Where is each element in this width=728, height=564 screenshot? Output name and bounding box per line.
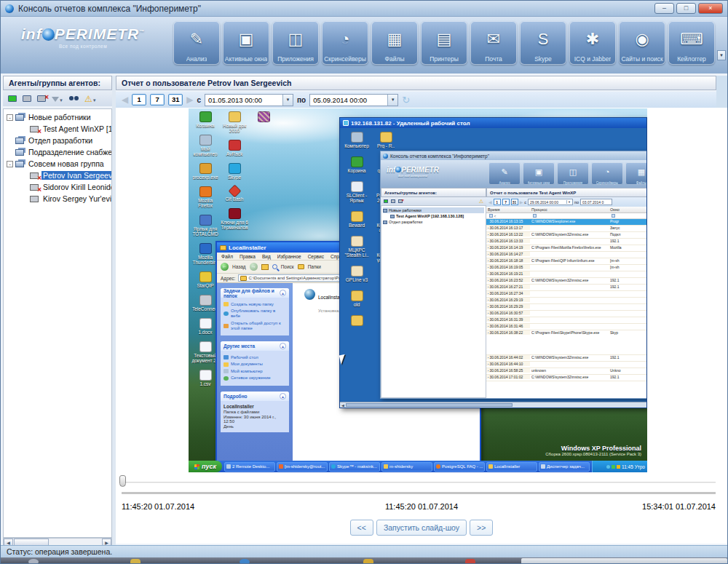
- taskbar-task-button[interactable]: m-shidersky: [381, 462, 432, 472]
- to-date-picker[interactable]: 05.09.2014 00:00▼: [309, 94, 398, 106]
- taskbar-task-button[interactable]: Диспетчер задач...: [539, 462, 590, 472]
- desktop-icon[interactable]: AvRack: [221, 140, 248, 156]
- column-time[interactable]: Время: [486, 207, 530, 212]
- table-row[interactable]: ▪30.06.2014 16:58:25 unknown Unkno: [486, 368, 646, 375]
- next-period-icon[interactable]: ▶: [186, 95, 193, 105]
- offline-agents-icon[interactable]: [23, 95, 31, 102]
- toolbar-button[interactable]: ▣ Активные окна: [223, 21, 269, 65]
- table-row[interactable]: ▪30.06.2014 17:01:02 C:\WINDOWS\system32…: [486, 375, 646, 381]
- toolbar-button[interactable]: ▦ Файлы: [371, 21, 418, 65]
- range-1-day-button[interactable]: 1: [132, 94, 146, 106]
- collapse-icon[interactable]: ▲: [280, 343, 286, 349]
- menu-item[interactable]: Файл: [221, 254, 233, 259]
- tree-item[interactable]: Test Agent WinXP [192.168.130.128]: [383, 213, 484, 219]
- from-date-picker[interactable]: 01.05.2013 00:00▼: [205, 94, 293, 106]
- prev-period-icon[interactable]: ◀: [488, 199, 492, 204]
- scrollbar-thumb[interactable]: [346, 403, 513, 407]
- back-icon[interactable]: ←: [221, 263, 229, 271]
- desktop-icon[interactable]: Ключи для 6 Терминалов: [221, 208, 248, 230]
- toolbar-button[interactable]: ◫ Приложения: [272, 21, 319, 65]
- scroll-left-icon[interactable]: ◀: [341, 403, 344, 408]
- table-row[interactable]: ▪30.06.2014 16:38:22 C:\Program Files\Sk…: [486, 330, 646, 355]
- taskbar-task-button[interactable]: LocalInstaller: [486, 462, 537, 472]
- system-tray[interactable]: 11:45 Утро: [592, 461, 647, 472]
- range-1-day-button[interactable]: 1: [494, 199, 501, 205]
- table-row[interactable]: ▪30.06.2014 16:13:17 Запус: [486, 226, 646, 232]
- range-31-days-button[interactable]: 31: [168, 94, 183, 106]
- desktop-icon[interactable]: Ярлык для TOTALCMD: [191, 215, 219, 237]
- tree-item[interactable]: Kirov Sergey Yur'evich [192: [4, 193, 111, 204]
- desktop-icon[interactable]: SLClient - Ярлык: [343, 181, 371, 203]
- place-link[interactable]: Сетевое окружение: [223, 376, 286, 381]
- toolbar-button[interactable]: ✉ Почта: [470, 21, 517, 65]
- tree-item[interactable]: Подразделение снабжения: [4, 146, 111, 158]
- collapse-icon[interactable]: ▲: [280, 290, 286, 296]
- desktop-icon[interactable]: [343, 315, 371, 327]
- warning-icon[interactable]: ⚠: [479, 199, 483, 204]
- desktop-icon[interactable]: Мой компьютер: [191, 135, 219, 156]
- table-row[interactable]: ▪30.06.2014 16:23:52 C:\WINDOWS\system32…: [486, 278, 646, 285]
- taskbar-task-button[interactable]: [m-shidersky@rout...: [277, 462, 328, 472]
- desktop-icon[interactable]: old: [343, 290, 371, 307]
- dropdown-icon[interactable]: ▼: [282, 95, 293, 106]
- host-taskbar[interactable]: [1, 557, 727, 564]
- desktop-icon[interactable]: Prg - R..: [372, 132, 400, 148]
- tree-expander[interactable]: -: [7, 161, 13, 167]
- toolbar-button[interactable]: ▤ Принтеры: [421, 21, 467, 65]
- table-row[interactable]: ▪30.06.2014 16:13:22 C:\WINDOWS\system32…: [486, 232, 646, 239]
- host-browser-icon[interactable]: [240, 559, 250, 564]
- desktop-icon[interactable]: Skype: [221, 163, 248, 180]
- search-agents-icon[interactable]: [69, 96, 74, 100]
- desktop-icon[interactable]: Компьютер: [343, 132, 371, 148]
- place-link[interactable]: Рабочий стол: [223, 355, 286, 360]
- maximize-button[interactable]: □: [676, 3, 696, 14]
- filter-button[interactable]: ▼: [52, 92, 63, 105]
- tree-expander[interactable]: -: [7, 114, 13, 121]
- toolbar-button[interactable]: ✱ ICQ и Jabber: [569, 21, 616, 65]
- table-row[interactable]: ▪30.06.2014 16:44:10: [486, 362, 646, 368]
- menu-item[interactable]: Сервис: [308, 254, 324, 259]
- table-row[interactable]: ▪30.06.2014 16:19:05 [m-sh: [486, 265, 646, 271]
- desktop-icon[interactable]: Корзина: [191, 111, 219, 128]
- alerts-button[interactable]: ⚠▼: [84, 92, 97, 105]
- table-filter-row[interactable]: <: [486, 213, 646, 219]
- table-row[interactable]: ▪30.06.2014 16:13:33 192.1: [486, 239, 646, 245]
- prev-period-icon[interactable]: ◀: [122, 95, 128, 105]
- task-link[interactable]: Создать новую папку: [223, 302, 286, 307]
- column-process[interactable]: Процесс: [530, 207, 609, 212]
- toolbar-button[interactable]: S Skype: [520, 21, 566, 65]
- desktop-icon[interactable]: МЦКРС "Stealth Li..: [343, 236, 371, 258]
- task-link[interactable]: Открыть общий доступ к этой папке: [223, 321, 286, 331]
- desktop-icon[interactable]: Git Bash: [221, 186, 248, 202]
- offline-agents-icon[interactable]: [391, 199, 395, 203]
- table-row[interactable]: ▪30.06.2014 16:31:46: [486, 324, 646, 330]
- menu-item[interactable]: Вид: [262, 254, 271, 259]
- toolbar-button[interactable]: ⌨ Кейлоггер: [668, 21, 715, 65]
- title-bar[interactable]: Консоль отчетов комплекса "Инфопериметр"…: [1, 1, 727, 17]
- close-button[interactable]: ×: [698, 3, 723, 14]
- toolbar-button[interactable]: ▣ Активные окна: [523, 162, 555, 185]
- disconnected-agents-icon[interactable]: [398, 199, 403, 203]
- table-row[interactable]: ▪30.06.2014 16:27:21 192.1: [486, 285, 646, 291]
- filter-icon[interactable]: [612, 214, 615, 218]
- toolbar-button[interactable]: ◫ Приложения: [557, 162, 589, 185]
- nested-console-title-bar[interactable]: Консоль отчетов комплекса "Инфопериметр": [381, 151, 646, 160]
- table-row[interactable]: ▪30.06.2014 16:18:18 C:\Program Files\QI…: [486, 258, 646, 265]
- table-row[interactable]: ▪30.06.2014 16:27:34: [486, 291, 646, 298]
- range-31-days-button[interactable]: 31: [511, 199, 518, 205]
- timeline-slider-track[interactable]: [122, 482, 716, 483]
- desktop-icon[interactable]: Mozilla Firefox: [191, 186, 219, 208]
- range-7-days-button[interactable]: 7: [150, 94, 165, 106]
- dropdown-icon[interactable]: ▼: [387, 95, 397, 106]
- desktop-icon[interactable]: Beward: [343, 211, 371, 228]
- table-row[interactable]: ▪30.06.2014 16:29:19: [486, 298, 646, 304]
- place-link[interactable]: Мой компьютер: [223, 369, 286, 374]
- table-row[interactable]: ▪30.06.2014 16:19:21: [486, 271, 646, 278]
- up-folder-icon[interactable]: [261, 264, 269, 270]
- desktop-icon[interactable]: Корзина: [343, 156, 371, 173]
- host-app-icon[interactable]: [363, 559, 373, 564]
- other-places-header[interactable]: Другие места▲: [221, 341, 289, 351]
- host-active-task-button[interactable]: [521, 558, 727, 564]
- table-row[interactable]: ▪30.06.2014 16:14:19 C:\Program Files\Mo…: [486, 245, 646, 252]
- toolbar-button[interactable]: ✎ Анализ: [488, 162, 521, 185]
